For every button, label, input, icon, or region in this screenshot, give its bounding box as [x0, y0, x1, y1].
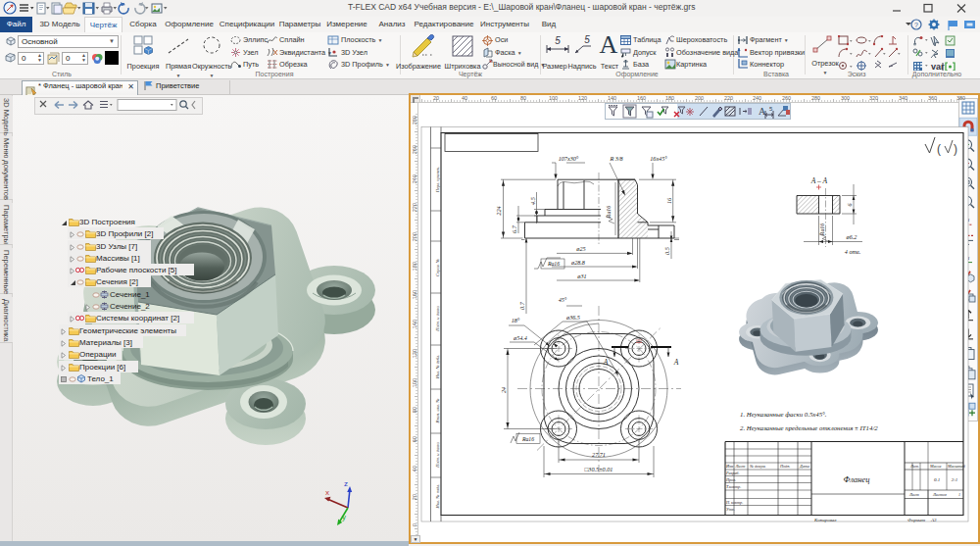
svg-text:5: 5 [584, 35, 590, 45]
svg-text:A – A: A – A [810, 176, 828, 185]
svg-text:(: ( [937, 142, 941, 156]
svg-text:Фланец: Фланец [843, 474, 869, 484]
svg-text:ø31: ø31 [576, 273, 586, 279]
svg-text:Утв.: Утв. [726, 507, 735, 512]
svg-text:2:1: 2:1 [952, 477, 958, 482]
svg-text:y: y [342, 513, 346, 521]
svg-text:1: 1 [958, 492, 960, 497]
svg-text:24: 24 [500, 387, 507, 393]
svg-text:Разраб.: Разраб. [725, 471, 739, 475]
svg-text:4 отв.: 4 отв. [845, 248, 860, 255]
svg-text:ø6.2: ø6.2 [846, 233, 858, 240]
svg-text:Перв. примен.: Перв. примен. [435, 167, 440, 194]
svg-text:Изм: Изм [725, 464, 734, 469]
svg-text:Подп. и дата: Подп. и дата [435, 305, 440, 331]
svg-text:16: 16 [665, 197, 672, 204]
svg-text:A: A [603, 358, 609, 367]
svg-text:Лист: Лист [908, 492, 919, 497]
svg-text:): ) [954, 142, 957, 156]
svg-text:16х45°: 16х45° [650, 155, 667, 162]
svg-text:Т.контр.: Т.контр. [726, 484, 741, 489]
svg-text:Взам. инв. №: Взам. инв. № [435, 399, 440, 423]
svg-text:2. Неуказанные предельные откл: 2. Неуказанные предельные отклонения ± I… [740, 424, 878, 431]
svg-text:Масса: Масса [929, 464, 941, 469]
svg-text:Пров.: Пров. [725, 477, 736, 482]
svg-text:Ra16: Ra16 [521, 436, 534, 442]
svg-text:Формат: Формат [907, 518, 925, 522]
svg-text:Лист: Лист [735, 464, 746, 469]
svg-text:Дата: Дата [799, 464, 809, 469]
svg-text:224: 224 [495, 206, 502, 215]
svg-text:18°: 18° [512, 317, 520, 323]
svg-text:0.7: 0.7 [518, 301, 525, 310]
svg-text:4.5: 4.5 [529, 197, 536, 205]
svg-text:Масштаб: Масштаб [947, 464, 966, 469]
svg-text:x: x [325, 488, 329, 497]
svg-text:27.71: 27.71 [592, 451, 606, 458]
svg-text:0.5: 0.5 [663, 247, 670, 255]
svg-text:Подп.: Подп. [779, 464, 790, 469]
svg-text:Листов: Листов [932, 492, 947, 497]
svg-text:Инв. № дубл.: Инв. № дубл. [435, 355, 440, 380]
svg-text:z: z [344, 479, 348, 488]
svg-text:Подп. и дата: Подп. и дата [435, 441, 440, 468]
svg-text:Ra16: Ra16 [547, 261, 560, 267]
svg-text:Н. контр.: Н. контр. [725, 500, 743, 505]
svg-text:107х30°: 107х30° [559, 155, 579, 162]
svg-text:?: ? [914, 22, 918, 28]
svg-text:0.1: 0.1 [934, 477, 940, 482]
svg-text:ø54.4: ø54.4 [513, 334, 527, 341]
svg-text:ø25: ø25 [575, 245, 585, 252]
svg-text:1. Неуказанные фаски 0.5х45°.: 1. Неуказанные фаски 0.5х45°. [740, 411, 827, 418]
svg-text:6.7: 6.7 [511, 224, 517, 233]
svg-text:45°: 45° [559, 296, 567, 303]
svg-text:Справ. №: Справ. № [435, 259, 440, 276]
svg-text:Ra16: Ra16 [819, 223, 825, 236]
svg-text:5: 5 [555, 35, 561, 46]
svg-text:R 3/8: R 3/8 [609, 155, 623, 162]
svg-text:A: A [673, 358, 679, 367]
svg-text:Копировал: Копировал [813, 518, 836, 522]
svg-text:Инв. № подл.: Инв. № подл. [435, 484, 440, 510]
svg-text:А3: А3 [930, 518, 937, 522]
svg-text:Лит.: Лит. [909, 464, 919, 469]
svg-text:Ra16: Ra16 [606, 206, 612, 219]
svg-text:ø28.8: ø28.8 [570, 259, 586, 266]
svg-text:ø36.5: ø36.5 [565, 314, 580, 321]
svg-text:□30.5±0.01: □30.5±0.01 [585, 466, 613, 472]
svg-text:№ докум.: № докум. [749, 464, 766, 469]
